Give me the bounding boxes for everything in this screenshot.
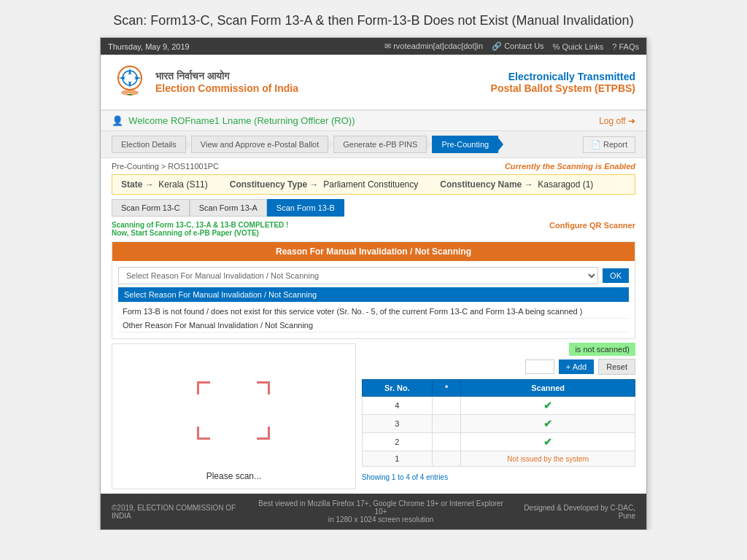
scanning-status: Currently the Scanning is Enabled [505,162,635,171]
contact-link[interactable]: 🔗 Contact Us [492,42,543,51]
cell-srno: 2 [362,433,432,451]
tab-generate-pins[interactable]: Generate e-PB PINS [333,136,427,153]
email-link[interactable]: ✉ rvoteadmin[at]cdac[dot]in [384,42,483,51]
slide-title: Scan: Form13-C, Scan Form 13-A & then Fo… [0,0,747,37]
constituency-name-label: Constituency Name → [440,179,533,190]
table-row: 2✔ [362,433,635,451]
state-value: Kerala (S11) [158,179,207,190]
nav-tabs-left: Election Details View and Approve e-Post… [112,136,503,153]
ok-button[interactable]: OK [603,268,629,283]
date-display: Thursday, May 9, 2019 [108,42,190,51]
option-other-reason[interactable]: Other Reason For Manual Invalidation / N… [118,319,629,332]
footer-center: Best viewed in Mozilla Firefox 17+, Goog… [254,499,508,524]
state-label: State → [121,179,154,190]
emblem-icon: 🇮🇳 [112,62,148,102]
constituency-type-value: Parliament Constituency [323,179,418,190]
form-tab-13c[interactable]: Scan Form 13-C [112,199,190,217]
cell-scanned: Not issued by the system [461,451,635,467]
status-message: Scanning of Form 13-C, 13-A & 13-B COMPL… [112,221,635,237]
logo-text: भारत निर्वाचन आयोग Election Commission o… [155,70,298,94]
nav-tabs: Election Details View and Approve e-Post… [101,131,646,158]
corner-tr [257,381,270,394]
breadcrumb: Pre-Counting > ROS11001PC [112,162,219,171]
table-row: 4✔ [362,397,635,415]
breadcrumb-row: Pre-Counting > ROS11001PC Currently the … [101,158,646,174]
please-scan-text: Please scan... [206,471,261,481]
manual-header: Reason For Manual Invalidation / Not Sca… [112,242,635,261]
configure-qr-btn[interactable]: Configure QR Scanner [549,221,635,230]
state-info: State → Kerala (S11) [121,179,208,190]
not-issued-text: Not issued by the system [507,455,589,463]
info-bar: State → Kerala (S11) Constituency Type →… [112,174,635,195]
action-row: + Add Reset [362,359,635,375]
option-form13b-notfound[interactable]: Form 13-B is not found / does not exist … [118,305,629,319]
corner-tl [197,381,210,394]
header-right: Electronically Transmitted Postal Ballot… [491,71,635,94]
tab-arrow-4 [498,137,503,152]
corner-br [257,427,270,440]
cell-star [432,433,460,451]
form-tab-13b[interactable]: Scan Form 13-B [267,199,344,217]
cell-scanned: ✔ [461,397,635,415]
user-icon: 👤 [112,115,123,126]
col-scanned: Scanned [461,380,635,397]
reset-button[interactable]: Reset [598,359,635,375]
svg-marker-5 [134,77,142,79]
footer-center-line1: Best viewed in Mozilla Firefox 17+, Goog… [254,499,508,516]
manual-invalidation-section: Reason For Manual Invalidation / Not Sca… [112,241,635,339]
scan-area: Please scan... [112,343,356,489]
form-tabs: Scan Form 13-C Scan Form 13-A Scan Form … [112,199,635,217]
logout-link[interactable]: Log off ➜ [599,116,635,126]
add-button[interactable]: + Add [559,359,594,374]
etpbs-line2: Postal Ballot System (ETPBS) [491,82,635,94]
faqs-link[interactable]: ? FAQs [612,42,639,51]
not-scanned-badge: is not scanned) [569,343,635,356]
etpbs-line1: Electronically Transmitted [491,71,635,82]
tab-arrow-3 [426,137,432,152]
cell-srno: 4 [362,397,432,415]
col-star: * [432,380,460,397]
constituency-name-info: Constituency Name → Kasaragod (1) [440,179,593,190]
top-bar: Thursday, May 9, 2019 ✉ rvoteadmin[at]cd… [101,38,646,55]
dropdown-row: Select Reason For Manual Invalidation / … [118,267,629,284]
reason-select[interactable]: Select Reason For Manual Invalidation / … [118,267,598,284]
header: 🇮🇳 भारत निर्वाचन आयोग Election Commissio… [101,55,646,111]
col-srno: Sr. No. [362,380,432,397]
tab-pre-counting[interactable]: Pre-Counting [432,136,498,153]
check-icon: ✔ [543,400,552,411]
footer-right: Designed & Developed by C-DAC, Pune [508,504,635,520]
quicklinks-link[interactable]: % Quick Links [553,42,604,51]
footer-left: ©2019, ELECTION COMMISSION OF INDIA [112,504,254,520]
scan-corners [197,381,270,440]
logo-hindi: भारत निर्वाचन आयोग [155,70,298,82]
top-bar-right: ✉ rvoteadmin[at]cdac[dot]in 🔗 Contact Us… [384,42,639,51]
browser-window: Thursday, May 9, 2019 ✉ rvoteadmin[at]cd… [100,37,647,530]
cell-star [432,451,460,467]
corner-bl [197,427,210,440]
cell-star [432,415,460,433]
cell-srno: 1 [362,451,432,467]
report-button[interactable]: 📄 Report [583,136,635,153]
svg-text:🇮🇳: 🇮🇳 [128,91,133,96]
tab-arrow-1 [185,137,191,152]
footer-center-line2: in 1280 x 1024 screen resolution [254,516,508,524]
constituency-type-info: Constituency Type → Parliament Constitue… [230,179,419,190]
welcome-bar: 👤 Welcome ROFname1 Lname (Returning Offi… [101,111,646,131]
welcome-message: Welcome ROFname1 Lname (Returning Office… [128,115,355,126]
table-row: 3✔ [362,415,635,433]
check-icon: ✔ [543,418,552,429]
cell-scanned: ✔ [461,415,635,433]
cell-star [432,397,460,415]
logo-english: Election Commission of India [155,82,298,94]
svg-marker-3 [128,81,131,88]
constituency-name-value: Kasaragod (1) [538,179,593,190]
cell-srno: 3 [362,415,432,433]
form-tab-13a[interactable]: Scan Form 13-A [190,199,267,217]
svg-marker-2 [128,68,131,75]
scan-status-text: Scanning of Form 13-C, 13-A & 13-B COMPL… [112,221,288,237]
serial-input[interactable] [525,359,554,374]
tab-view-approve[interactable]: View and Approve e-Postal Ballot [191,136,328,153]
main-content: Please scan... is not scanned) + Add Res… [112,343,635,489]
table-footer: Showing 1 to 4 of 4 entries [362,471,635,483]
tab-election-details[interactable]: Election Details [112,136,186,153]
